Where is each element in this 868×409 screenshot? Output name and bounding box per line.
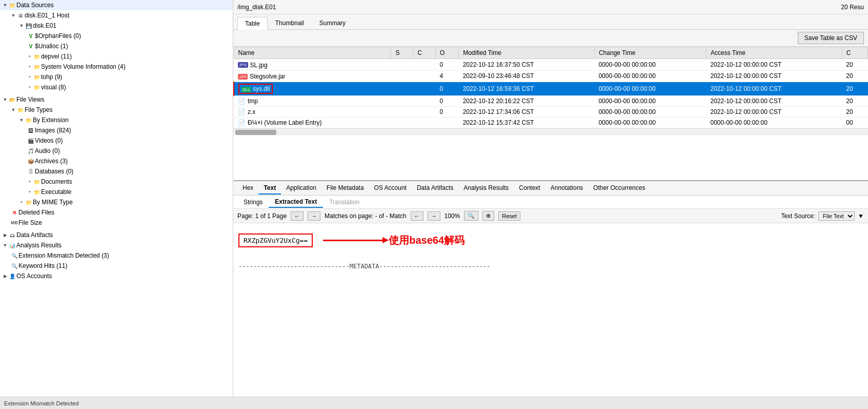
mb-icon: MB bbox=[10, 219, 18, 227]
folder-icon: 📁 bbox=[33, 73, 41, 81]
tab-table[interactable]: Table bbox=[237, 17, 268, 30]
prev-page-button[interactable]: ← bbox=[291, 211, 304, 221]
sidebar-item-images[interactable]: 🖼 Images (824) bbox=[0, 125, 233, 135]
sidebar-section-file-views[interactable]: ▼ 📂 File Views bbox=[0, 94, 233, 105]
next-page-button[interactable]: → bbox=[308, 211, 320, 221]
cell-name: JAR Stegsolve.jar bbox=[234, 70, 391, 82]
sidebar-item-unalloc[interactable]: V $Unalloc (1) bbox=[0, 41, 233, 51]
sidebar-item-by-extension[interactable]: ▼ 📁 By Extension bbox=[0, 115, 233, 125]
sidebar-item-extension-mismatch[interactable]: 🔍 Extension Mismatch Detected (3) bbox=[0, 250, 233, 261]
sidebar-label: Extension Mismatch Detected (3) bbox=[18, 252, 109, 259]
save-button-bar: Save Table as CSV bbox=[233, 30, 868, 47]
status-bar: Extension Mismatch Detected bbox=[0, 397, 868, 409]
sidebar-item-tohp[interactable]: + 📁 tohp (9) bbox=[0, 72, 233, 82]
sidebar-label: File Size bbox=[18, 219, 42, 226]
sidebar-item-by-mime[interactable]: + 📁 By MIME Type bbox=[0, 197, 233, 207]
sidebar-label: Images (824) bbox=[35, 127, 71, 134]
tab-analysis-results[interactable]: Analysis Results bbox=[458, 182, 514, 194]
text-source-select[interactable]: File Text bbox=[818, 211, 855, 221]
tab-text[interactable]: Text bbox=[258, 182, 281, 194]
sidebar-item-keyword-hits[interactable]: 🔍 Keyword Hits (11) bbox=[0, 261, 233, 271]
subtab-extracted-text[interactable]: Extracted Text bbox=[269, 197, 323, 208]
col-s: S bbox=[391, 47, 413, 59]
subtab-translation[interactable]: Translation bbox=[323, 197, 366, 207]
cell-change: 0000-00-00 00:00:00 bbox=[594, 118, 706, 128]
sidebar-item-audio[interactable]: 🎵 Audio (0) bbox=[0, 146, 233, 156]
tab-data-artifacts[interactable]: Data Artifacts bbox=[412, 182, 458, 194]
content-area: RXZpZGVuY2UxCg== 使用base64解码 ------------… bbox=[233, 223, 868, 397]
sidebar-item-file-size[interactable]: MB File Size bbox=[0, 218, 233, 228]
table-row[interactable]: 📄 tmp 0 2022-10-12 20:16:22 CST 0000-00-… bbox=[234, 96, 868, 107]
cell-access: 2022-10-12 00:00:00 CST bbox=[706, 70, 842, 82]
sidebar-item-archives[interactable]: 📦 Archives (3) bbox=[0, 156, 233, 166]
main-area: ▼ 📁 Data Sources ▼ 🖥 disk.E01_1 Host ▼ 💾… bbox=[0, 0, 868, 397]
table-row[interactable]: JAR Stegsolve.jar 4 2022-09-10 23:46:48 … bbox=[234, 70, 868, 82]
save-table-csv-button[interactable]: Save Table as CSV bbox=[798, 32, 864, 44]
sidebar-item-videos[interactable]: 🎬 Videos (0) bbox=[0, 135, 233, 146]
zoom-in-icon[interactable]: 🔍 bbox=[464, 211, 478, 221]
cell-o: 4 bbox=[436, 70, 459, 82]
tab-application[interactable]: Application bbox=[281, 182, 321, 194]
sidebar-section-data-artifacts[interactable]: ▶ 🗂 Data Artifacts bbox=[0, 230, 233, 240]
table-scrollbar[interactable] bbox=[233, 128, 868, 135]
sidebar-label: Archives (3) bbox=[35, 158, 68, 165]
sidebar-item-visual[interactable]: + 📁 visual (8) bbox=[0, 82, 233, 92]
tab-thumbnail[interactable]: Thumbnail bbox=[268, 16, 312, 29]
scrollbar-thumb[interactable] bbox=[235, 130, 276, 135]
tab-context[interactable]: Context bbox=[514, 182, 545, 194]
tab-annotations[interactable]: Annotations bbox=[546, 182, 588, 194]
sidebar-item-system-volume[interactable]: + 📁 System Volume Information (4) bbox=[0, 62, 233, 72]
sidebar-item-executable[interactable]: + 📁 Executable bbox=[0, 187, 233, 197]
cell-s bbox=[391, 96, 413, 107]
tab-os-account[interactable]: OS Account bbox=[369, 182, 412, 194]
sidebar-item-host[interactable]: ▼ 🖥 disk.E01_1 Host bbox=[0, 10, 233, 21]
sidebar-label: disk.E01_1 Host bbox=[25, 12, 69, 19]
cell-o bbox=[436, 118, 459, 128]
sidebar-section-os-accounts[interactable]: ▶ 👤 OS Accounts bbox=[0, 271, 233, 281]
sidebar-label: Executable bbox=[41, 188, 71, 196]
sidebar-label: System Volume Information (4) bbox=[41, 63, 126, 70]
sidebar-label: Databases (0) bbox=[35, 168, 73, 175]
sidebar-item-documents[interactable]: + 📁 Documents bbox=[0, 177, 233, 187]
arrow-graphic bbox=[323, 240, 385, 241]
table-row[interactable]: DLL sys.dll 0 2022-10-12 16:59:36 CST 00… bbox=[234, 82, 868, 96]
sidebar-item-orphan[interactable]: V $OrphanFiles (0) bbox=[0, 31, 233, 41]
expand-icon: ▼ bbox=[10, 12, 16, 18]
zoom-out-icon[interactable]: ⊕ bbox=[482, 211, 494, 221]
reset-button[interactable]: Reset bbox=[498, 211, 520, 221]
subtab-strings[interactable]: Strings bbox=[237, 197, 269, 207]
cell-c bbox=[413, 96, 436, 107]
cell-change: 0000-00-00 00:00:00 bbox=[594, 96, 706, 107]
sidebar-section-analysis-results[interactable]: ▼ 📊 Analysis Results bbox=[0, 240, 233, 250]
expand-icon: ▼ bbox=[2, 242, 8, 248]
encoded-content-row: RXZpZGVuY2UxCg== 使用base64解码 bbox=[238, 228, 863, 252]
table-row[interactable]: 📄 Đ¼×í (Volume Label Entry) 2022-10-12 1… bbox=[234, 118, 868, 128]
cell-last: 20 bbox=[842, 70, 867, 82]
table-row[interactable]: 📄 z.x 0 2022-10-12 17:34:06 CST 0000-00-… bbox=[234, 107, 868, 118]
tab-other-occurrences[interactable]: Other Occurrences bbox=[588, 182, 650, 194]
col-o: O bbox=[436, 47, 459, 59]
sidebar-item-depvel[interactable]: + 📁 depvel (11) bbox=[0, 51, 233, 62]
folder-icon: 📁 bbox=[25, 198, 33, 206]
tab-summary[interactable]: Summary bbox=[312, 16, 353, 29]
sidebar-section-data-sources[interactable]: ▼ 📁 Data Sources bbox=[0, 0, 233, 10]
path-text: /img_disk.E01 bbox=[237, 4, 276, 11]
text-source-bar: Text Source: File Text ▼ bbox=[781, 211, 864, 221]
sidebar-item-disk[interactable]: ▼ 💾 disk.E01 bbox=[0, 21, 233, 31]
next-match-button[interactable]: → bbox=[428, 211, 440, 221]
prev-match-button[interactable]: ← bbox=[411, 211, 423, 221]
cell-change: 0000-00-00 00:00:00 bbox=[594, 70, 706, 82]
file-table-area: Name S C O Modified Time Change Time Acc… bbox=[233, 47, 868, 180]
sidebar-label: File Views bbox=[16, 96, 44, 103]
sidebar-item-file-types[interactable]: ▼ 📁 File Types bbox=[0, 105, 233, 115]
sidebar-item-databases[interactable]: 🗄 Databases (0) bbox=[0, 166, 233, 177]
table-row[interactable]: JPG SL.jpg 0 2022-10-12 16:37:50 CST 000… bbox=[234, 59, 868, 71]
tab-file-metadata[interactable]: File Metadata bbox=[321, 182, 369, 194]
folder-icon: 📁 bbox=[16, 106, 25, 114]
file-icon: 🎬 bbox=[27, 137, 35, 145]
tab-hex[interactable]: Hex bbox=[237, 182, 258, 194]
db-icon: 🗄 bbox=[27, 167, 35, 176]
v-icon: V bbox=[27, 32, 35, 40]
sidebar-item-deleted-files[interactable]: ✕ Deleted Files bbox=[0, 207, 233, 218]
sidebar-label: Videos (0) bbox=[35, 137, 63, 144]
